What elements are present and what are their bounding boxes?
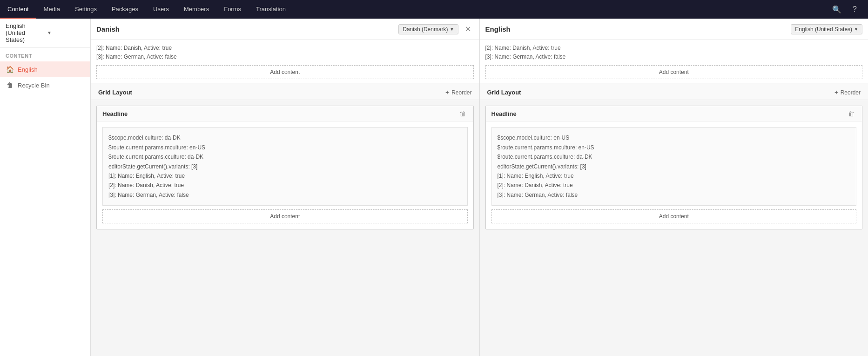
left-lang-badge-label: Danish (Denmark) <box>403 26 448 33</box>
left-variant-1: [1]: Name: English, Active: true <box>108 173 185 179</box>
right-scope-culture: $scope.model.culture: en-US <box>498 134 570 141</box>
nav-right-actions: 🔍 ? <box>828 3 868 16</box>
left-route-mculture: $route.current.params.mculture: en-US <box>108 144 205 151</box>
left-top-add-content-label: Add content <box>270 69 300 75</box>
help-button[interactable]: ? <box>849 3 861 15</box>
left-grid-body: Headline 🗑 $scope.model.culture: da-DK $… <box>91 100 479 235</box>
nav-item-media[interactable]: Media <box>36 0 67 19</box>
right-headline-inner: $scope.model.culture: en-US $route.curre… <box>491 127 857 206</box>
right-reorder-icon: ✦ <box>834 89 839 96</box>
left-headline-inner: $scope.model.culture: da-DK $route.curre… <box>102 127 468 206</box>
search-icon: 🔍 <box>832 5 841 14</box>
left-lang-badge[interactable]: Danish (Denmark) ▼ <box>398 24 458 34</box>
left-grid-section: Grid Layout ✦ Reorder Headline 🗑 <box>91 83 479 235</box>
left-reorder-label: Reorder <box>451 89 471 96</box>
left-editor-pane: Danish Danish (Denmark) ▼ ✕ [2]: Name: D… <box>91 19 480 356</box>
left-headline-block-content: $scope.model.culture: da-DK $route.curre… <box>97 121 473 229</box>
right-headline-block-content: $scope.model.culture: en-US $route.curre… <box>486 121 862 229</box>
sidebar-item-recycle-bin-label: Recycle Bin <box>18 82 50 89</box>
right-editor-pane: English English (United States) ▼ [2]: N… <box>480 19 868 356</box>
content-area: Danish Danish (Denmark) ▼ ✕ [2]: Name: D… <box>91 19 868 356</box>
nav-item-packages[interactable]: Packages <box>104 0 146 19</box>
right-headline-block: Headline 🗑 $scope.model.culture: en-US $… <box>485 106 863 229</box>
reorder-icon: ✦ <box>445 89 450 96</box>
chevron-down-icon: ▼ <box>47 30 85 35</box>
right-headline-add-content-label: Add content <box>659 213 689 220</box>
left-variant-2: [2]: Name: Danish, Active: true <box>108 182 184 188</box>
right-grid-body: Headline 🗑 $scope.model.culture: en-US $… <box>480 100 868 235</box>
left-headline-block-header: Headline 🗑 <box>97 106 473 121</box>
right-variant-3: [3]: Name: German, Active: false <box>498 192 578 198</box>
sidebar-item-english[interactable]: 🏠 English <box>0 61 90 77</box>
right-reorder-button[interactable]: ✦ Reorder <box>834 89 861 96</box>
right-route-cculture: $route.current.params.cculture: da-DK <box>498 154 592 160</box>
left-partial-text-line2: [3]: Name: German, Active: false <box>96 54 177 60</box>
right-grid-layout-label: Grid Layout <box>487 89 521 96</box>
left-pane-close-button[interactable]: ✕ <box>462 24 474 34</box>
top-navigation: Content Media Settings Packages Users Me… <box>0 0 868 19</box>
left-variant-3: [3]: Name: German, Active: false <box>108 192 189 198</box>
left-partial-line1: [2]: Name: Danish, Active: true [3]: Nam… <box>96 44 474 61</box>
home-icon: 🏠 <box>6 65 14 74</box>
selected-language: English (United States) <box>6 22 43 43</box>
right-lang-badge-label: English (United States) <box>795 26 852 33</box>
left-headline-block: Headline 🗑 $scope.model.culture: da-DK $… <box>96 106 474 229</box>
left-top-partial: [2]: Name: Danish, Active: true [3]: Nam… <box>91 40 479 83</box>
right-grid-section: Grid Layout ✦ Reorder Headline 🗑 <box>480 83 868 235</box>
right-headline-block-header: Headline 🗑 <box>486 106 862 121</box>
sidebar-item-english-label: English <box>18 66 38 73</box>
left-scope-culture: $scope.model.culture: da-DK <box>108 134 181 141</box>
nav-item-settings[interactable]: Settings <box>67 0 104 19</box>
nav-item-content[interactable]: Content <box>0 0 36 19</box>
sidebar-item-recycle-bin[interactable]: 🗑 Recycle Bin <box>0 77 90 93</box>
right-top-partial: [2]: Name: Danish, Active: true [3]: Nam… <box>480 40 868 83</box>
left-pane-title: Danish <box>96 25 395 33</box>
left-pane-content: [2]: Name: Danish, Active: true [3]: Nam… <box>91 40 479 356</box>
right-pane-title: English <box>485 25 787 33</box>
left-grid-layout-label: Grid Layout <box>98 89 132 96</box>
trash-icon: 🗑 <box>6 81 14 89</box>
content-section-label: Content <box>0 47 90 61</box>
nav-item-forms[interactable]: Forms <box>216 0 249 19</box>
language-selector[interactable]: English (United States) ▼ <box>0 19 90 47</box>
right-pane-header: English English (United States) ▼ <box>480 19 868 40</box>
right-route-mculture: $route.current.params.mculture: en-US <box>498 144 594 151</box>
right-headline-block-title: Headline <box>491 110 847 117</box>
left-partial-text-line1: [2]: Name: Danish, Active: true <box>96 45 172 51</box>
left-reorder-button[interactable]: ✦ Reorder <box>445 89 471 96</box>
right-partial-text-line1: [2]: Name: Danish, Active: true <box>485 45 561 51</box>
sidebar: English (United States) ▼ Content 🏠 Engl… <box>0 19 91 356</box>
right-partial-text: [2]: Name: Danish, Active: true [3]: Nam… <box>485 44 863 61</box>
right-variant-2: [2]: Name: Danish, Active: true <box>498 182 573 188</box>
right-lang-chevron-icon: ▼ <box>854 27 858 32</box>
search-button[interactable]: 🔍 <box>828 3 845 16</box>
right-reorder-label: Reorder <box>841 89 861 96</box>
left-route-cculture: $route.current.params.cculture: da-DK <box>108 154 203 160</box>
nav-item-translation[interactable]: Translation <box>249 0 293 19</box>
right-variant-1: [1]: Name: English, Active: true <box>498 173 574 179</box>
nav-item-users[interactable]: Users <box>146 0 176 19</box>
left-top-add-content-button[interactable]: Add content <box>96 65 474 79</box>
right-partial-text-line2: [3]: Name: German, Active: false <box>485 54 566 60</box>
left-variants-count: editorState.getCurrent().variants: [3] <box>108 163 197 170</box>
main-layout: English (United States) ▼ Content 🏠 Engl… <box>0 19 868 356</box>
help-icon: ? <box>853 5 857 13</box>
right-lang-badge[interactable]: English (United States) ▼ <box>791 24 862 34</box>
right-top-add-content-button[interactable]: Add content <box>485 65 863 79</box>
right-headline-add-content-button[interactable]: Add content <box>491 209 857 223</box>
left-headline-delete-button[interactable]: 🗑 <box>458 109 468 118</box>
left-lang-chevron-icon: ▼ <box>450 27 454 32</box>
left-headline-add-content-button[interactable]: Add content <box>102 209 468 223</box>
left-grid-header: Grid Layout ✦ Reorder <box>91 83 479 100</box>
right-pane-content: [2]: Name: Danish, Active: true [3]: Nam… <box>480 40 868 356</box>
right-debug-text: $scope.model.culture: en-US $route.curre… <box>498 133 851 200</box>
left-debug-text: $scope.model.culture: da-DK $route.curre… <box>108 133 462 200</box>
right-top-add-content-label: Add content <box>659 69 689 75</box>
right-headline-delete-button[interactable]: 🗑 <box>846 109 856 118</box>
left-headline-add-content-label: Add content <box>270 213 300 220</box>
left-pane-header: Danish Danish (Denmark) ▼ ✕ <box>91 19 479 40</box>
right-variants-count: editorState.getCurrent().variants: [3] <box>498 163 586 170</box>
right-grid-header: Grid Layout ✦ Reorder <box>480 83 868 100</box>
left-headline-block-title: Headline <box>102 110 458 117</box>
nav-item-members[interactable]: Members <box>176 0 216 19</box>
